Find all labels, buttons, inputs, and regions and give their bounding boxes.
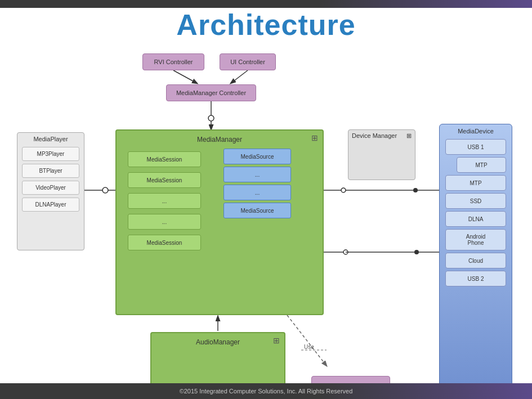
svg-point-6 [208, 115, 214, 121]
usb2-item: USB 2 [445, 271, 506, 286]
btplayer-item: BTPlayer [22, 164, 79, 178]
footer: ©2015 Integrated Computer Solutions, Inc… [0, 383, 532, 399]
media-session-4: ... [128, 214, 201, 230]
mtp2-item: MTP [445, 175, 506, 191]
mediadevice-label: MediaDevice [440, 124, 512, 137]
svg-point-16 [413, 188, 418, 192]
media-source-1: MediaSource [223, 149, 291, 164]
cloud-item: Cloud [445, 253, 506, 268]
svg-point-15 [343, 250, 348, 254]
mp3player-item: MP3Player [22, 147, 79, 161]
svg-point-12 [341, 188, 346, 192]
svg-line-23 [287, 315, 327, 366]
mtp1-item: MTP [457, 157, 506, 173]
mediamanager-label: MediaManager [197, 133, 242, 145]
audiomanager-box: AudioManager ⊞ [150, 332, 285, 388]
svg-line-4 [231, 70, 248, 83]
media-session-2: MediaSession [128, 172, 201, 188]
device-manager-label: Device Manager ⊞ [348, 130, 415, 142]
svg-point-20 [414, 250, 419, 254]
header-bar [0, 0, 532, 8]
diagram: Use RVI Controller UI Controller MediaMa… [0, 51, 532, 383]
dlna-item: DLNA [445, 211, 506, 227]
media-source-3: ... [223, 185, 291, 200]
audiomanager-label: AudioManager [196, 335, 240, 349]
mediadevice-box: MediaDevice USB 1 MTP MTP SSD DLNA Andro… [439, 124, 512, 394]
ui-controller: UI Controller [220, 53, 276, 70]
mediaplayer-box: MediaPlayer MP3Player BTPlayer VideoPlay… [17, 132, 84, 250]
audiomanager-icon: ⊞ [273, 336, 280, 345]
mediamanager-box: MediaManager ⊞ MediaSession MediaSession… [115, 129, 324, 315]
device-manager-box: Device Manager ⊞ [348, 129, 415, 180]
media-session-5: MediaSession [128, 235, 201, 250]
svg-line-3 [173, 70, 197, 83]
videoplayer-item: VideoPlayer [22, 181, 79, 195]
svg-point-9 [102, 187, 108, 193]
media-source-4: MediaSource [223, 203, 291, 218]
media-session-1: MediaSession [128, 151, 201, 167]
media-session-3: ... [128, 193, 201, 209]
mediaplayer-label: MediaPlayer [17, 133, 84, 144]
mediamanager-icon: ⊞ [311, 133, 318, 142]
mediamanager-controller: MediaManager Controller [166, 84, 256, 101]
media-source-2: ... [223, 167, 291, 182]
svg-text:Use: Use [304, 344, 314, 350]
dlnaplayer-item: DLNAPlayer [22, 198, 79, 212]
android-phone-item: AndroidPhone [445, 229, 506, 250]
usb1-item: USB 1 [445, 139, 506, 155]
rvi-controller: RVI Controller [142, 53, 204, 70]
ssd-item: SSD [445, 193, 506, 209]
footer-text: ©2015 Integrated Computer Solutions, Inc… [180, 388, 353, 394]
device-manager-icon: ⊞ [406, 132, 412, 140]
page-title: Architecture [0, 8, 532, 42]
